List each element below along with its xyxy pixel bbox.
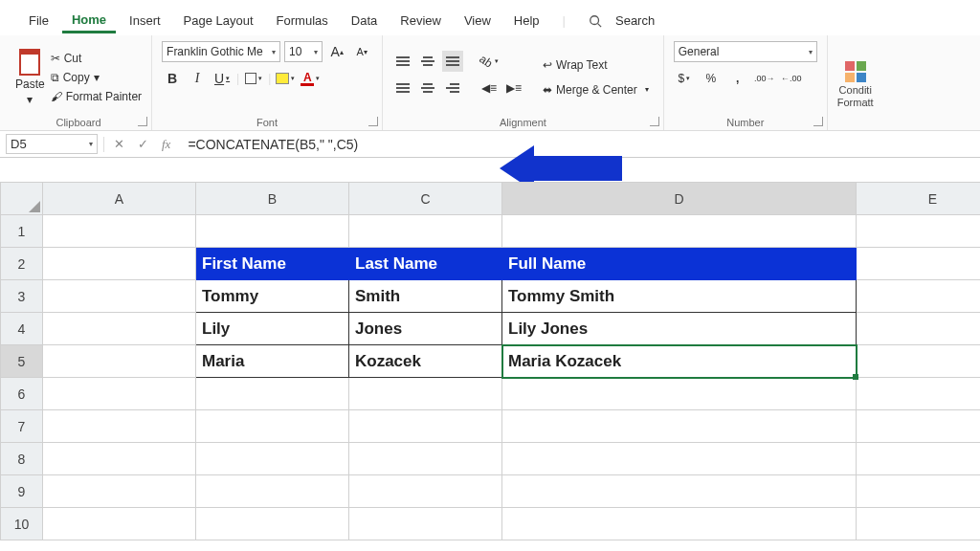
tab-page-layout[interactable]: Page Layout	[174, 10, 263, 32]
tab-formulas[interactable]: Formulas	[267, 10, 338, 32]
format-painter-button[interactable]: 🖌 Format Painter	[51, 90, 142, 103]
cut-button[interactable]: ✂ Cut	[51, 52, 142, 65]
col-header-D[interactable]: D	[502, 183, 857, 215]
percent-format-button[interactable]: %	[701, 68, 722, 89]
row-header-6[interactable]: 6	[1, 378, 43, 410]
accept-formula-button[interactable]: ✓	[138, 137, 148, 151]
row-header-1[interactable]: 1	[1, 215, 43, 248]
paste-label: Paste	[15, 77, 45, 91]
accounting-format-button[interactable]: $▾	[674, 68, 695, 89]
col-header-B[interactable]: B	[196, 183, 349, 215]
underline-button[interactable]: U▾	[212, 68, 233, 89]
cell-D4[interactable]: Lily Jones	[502, 313, 857, 345]
align-middle-button[interactable]	[417, 51, 438, 72]
cell-D2[interactable]: Full Name	[502, 248, 857, 280]
wrap-text-label: Wrap Text	[556, 58, 608, 72]
cell-C4[interactable]: Jones	[349, 313, 502, 345]
cell-B2[interactable]: First Name	[196, 248, 349, 280]
align-left-button[interactable]	[392, 77, 413, 99]
clipboard-dialog-launcher[interactable]	[138, 117, 147, 126]
tab-file[interactable]: File	[19, 10, 58, 32]
row-header-4[interactable]: 4	[1, 313, 43, 345]
paintbrush-icon: 🖌	[51, 90, 62, 103]
number-format-combo[interactable]: General▾	[674, 41, 817, 62]
tab-insert[interactable]: Insert	[120, 10, 170, 32]
cell-D3[interactable]: Tommy Smith	[502, 280, 857, 313]
decrease-decimal-button[interactable]: ←.00	[781, 68, 802, 89]
font-name-combo[interactable]: Franklin Gothic Me▾	[162, 41, 280, 62]
fill-color-button[interactable]: ▾	[275, 68, 296, 89]
alignment-dialog-launcher[interactable]	[650, 117, 659, 126]
align-bottom-button[interactable]	[442, 51, 463, 72]
row-header-5[interactable]: 5	[1, 345, 43, 378]
row-header-3[interactable]: 3	[1, 280, 43, 313]
tell-me-search[interactable]: Search	[579, 6, 674, 35]
fx-icon[interactable]: fx	[162, 137, 170, 152]
decrease-indent-button[interactable]: ◀≡	[479, 77, 500, 99]
grow-font-button[interactable]: A▴	[326, 41, 347, 62]
svg-point-0	[590, 15, 599, 24]
cancel-formula-button[interactable]: ✕	[114, 137, 124, 151]
wrap-text-button[interactable]: ↩ Wrap Text	[538, 55, 654, 75]
cell-B5[interactable]: Maria	[196, 345, 349, 378]
bucket-icon	[276, 73, 289, 84]
group-alignment: ab▾ ◀≡ ▶≡ ↩ Wrap Text ⬌ Merg	[383, 35, 664, 130]
cell-C5[interactable]: Kozacek	[349, 345, 502, 378]
cell-C3[interactable]: Smith	[349, 280, 502, 313]
align-center-button[interactable]	[417, 77, 438, 99]
increase-indent-button[interactable]: ▶≡	[503, 77, 524, 99]
font-size-value: 10	[289, 45, 301, 58]
borders-button[interactable]: ▾	[243, 68, 264, 89]
tab-view[interactable]: View	[455, 10, 501, 32]
tab-data[interactable]: Data	[342, 10, 387, 32]
align-right-button[interactable]	[442, 77, 463, 99]
number-format-value: General	[679, 45, 720, 58]
clipboard-group-label: Clipboard	[15, 117, 142, 128]
row-header-7[interactable]: 7	[1, 410, 43, 443]
search-icon	[589, 14, 602, 28]
row-header-8[interactable]: 8	[1, 443, 43, 475]
copy-button[interactable]: ⧉ Copy ▾	[51, 71, 142, 84]
font-color-button[interactable]: A▾	[300, 68, 321, 89]
font-dialog-launcher[interactable]	[368, 117, 378, 126]
cell-B4[interactable]: Lily	[196, 313, 349, 345]
worksheet[interactable]: A B C D E 1 2 First Name Last Name Full …	[0, 182, 980, 551]
row-header-9[interactable]: 9	[1, 475, 43, 508]
cell-C2[interactable]: Last Name	[349, 248, 502, 280]
tab-home[interactable]: Home	[62, 9, 116, 33]
conditional-formatting-button[interactable]: ConditiFormatt	[837, 84, 874, 107]
merge-center-label: Merge & Center	[556, 83, 637, 97]
name-box[interactable]: D5▾	[6, 134, 98, 154]
ribbon: Paste ▾ ✂ Cut ⧉ Copy ▾ 🖌 Format Painter	[0, 35, 980, 131]
select-all-corner[interactable]	[1, 183, 43, 215]
shrink-font-button[interactable]: A▾	[351, 41, 372, 62]
orientation-button[interactable]: ab▾	[479, 51, 500, 72]
align-top-button[interactable]	[392, 51, 413, 72]
col-header-A[interactable]: A	[43, 183, 196, 215]
merge-center-button[interactable]: ⬌ Merge & Center ▾	[538, 80, 654, 99]
copy-label: Copy	[63, 71, 90, 84]
increase-decimal-button[interactable]: .00→	[754, 68, 775, 89]
number-dialog-launcher[interactable]	[813, 117, 823, 126]
copy-icon: ⧉	[51, 71, 59, 84]
italic-button[interactable]: I	[187, 68, 208, 89]
tab-help[interactable]: Help	[504, 10, 549, 32]
bold-button[interactable]: B	[162, 68, 183, 89]
font-size-combo[interactable]: 10▾	[284, 41, 323, 62]
row-header-10[interactable]: 10	[1, 508, 43, 540]
col-header-E[interactable]: E	[857, 183, 981, 215]
formula-bar: D5▾ ✕ ✓ fx	[0, 131, 980, 158]
tab-review[interactable]: Review	[390, 10, 451, 32]
cell-D5[interactable]: Maria Kozacek	[502, 345, 857, 378]
paste-button[interactable]: Paste ▾	[15, 49, 45, 106]
cell-B3[interactable]: Tommy	[196, 280, 349, 313]
number-group-label: Number	[674, 117, 817, 128]
row-header-2[interactable]: 2	[1, 248, 43, 280]
font-name-value: Franklin Gothic Me	[167, 45, 263, 58]
conditional-formatting-icon	[845, 61, 866, 82]
scissors-icon: ✂	[51, 52, 60, 65]
comma-format-button[interactable]: ,	[727, 68, 748, 89]
search-label: Search	[606, 10, 664, 32]
clipboard-icon	[19, 49, 40, 76]
col-header-C[interactable]: C	[349, 183, 502, 215]
